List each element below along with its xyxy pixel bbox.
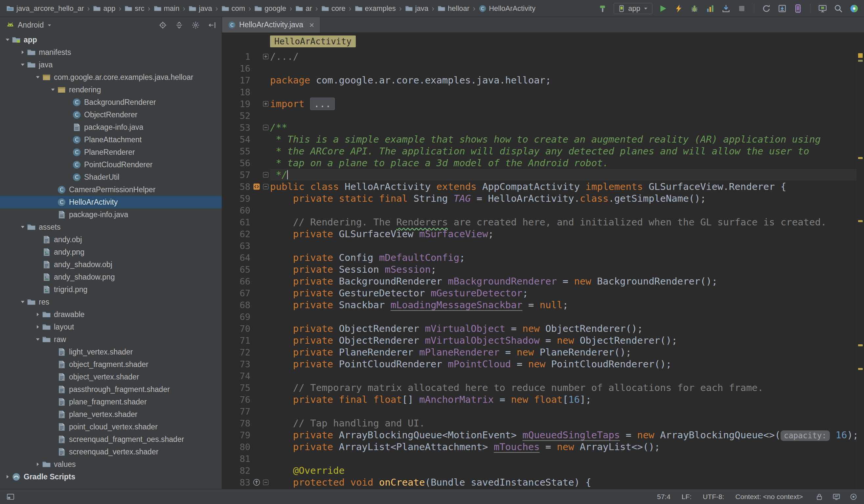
toolwindow-toggle-icon[interactable] [5, 492, 16, 502]
tree-item-res[interactable]: res [0, 296, 222, 308]
nav-item-com[interactable]: com [220, 3, 247, 14]
collapse-all-icon[interactable] [174, 20, 184, 30]
code-line-70[interactable]: private ObjectRenderer mVirtualObject = … [270, 323, 856, 335]
tree-item-drawable[interactable]: drawable [0, 308, 222, 321]
chevron-down-icon[interactable] [34, 73, 42, 82]
code-line-68[interactable]: private Snackbar mLoadingMessageSnackbar… [270, 299, 856, 311]
fold-plus-icon[interactable] [262, 51, 269, 62]
fold-end-icon[interactable] [262, 169, 269, 181]
nav-item-java[interactable]: java [404, 3, 430, 14]
code-line-69[interactable] [270, 311, 856, 323]
tree-item-andy-shadow-obj[interactable]: andy_shadow.obj [0, 258, 222, 271]
chevron-down-icon[interactable] [19, 298, 27, 306]
apply-changes-icon[interactable] [673, 3, 684, 14]
code-line-16[interactable] [270, 62, 856, 74]
highlighting-level-icon[interactable] [831, 492, 842, 502]
tree-item-com-google-ar-core-examples-java-helloar[interactable]: com.google.ar.core.examples.java.helloar [0, 71, 222, 83]
warning-stripe-mark[interactable] [858, 53, 863, 58]
apk-install-icon[interactable] [721, 3, 731, 14]
code-line-78[interactable]: // Tap handling and UI. [270, 417, 856, 429]
tree-item-andy-png[interactable]: andy.png [0, 246, 222, 258]
chevron-right-icon[interactable] [3, 472, 12, 481]
chevron-right-icon[interactable] [19, 48, 27, 57]
code-line-76[interactable]: private final float[] mAnchorMatrix = ne… [270, 394, 856, 406]
lock-icon[interactable] [814, 492, 825, 502]
tree-item-object-fragment-shader[interactable]: object_fragment.shader [0, 358, 222, 371]
fold-minus-icon[interactable] [262, 122, 269, 133]
run-icon[interactable] [658, 3, 668, 14]
code-line-67[interactable]: private GestureDetector mGestureDetector… [270, 287, 856, 299]
nav-item-google[interactable]: google [253, 3, 288, 14]
device-monitor-icon[interactable] [817, 3, 828, 14]
code-line-80[interactable]: private ArrayList<PlaneAttachment> mTouc… [270, 441, 856, 453]
chevron-right-icon[interactable] [34, 460, 42, 469]
editor-tab[interactable]: C HelloArActivity.java × [222, 17, 320, 33]
code-line-82[interactable]: @Override [270, 465, 856, 477]
tree-item-trigrid-png[interactable]: trigrid.png [0, 283, 222, 296]
tree-item-layout[interactable]: layout [0, 321, 222, 333]
assistant-icon[interactable] [849, 3, 860, 14]
close-icon[interactable]: × [309, 21, 314, 29]
tree-item-andy-shadow-png[interactable]: andy_shadow.png [0, 271, 222, 283]
nav-item-examples[interactable]: examples [353, 3, 397, 14]
code-line-64[interactable]: private Config mDefaultConfig; [270, 252, 856, 264]
tree-item-helloaractivity[interactable]: CHelloArActivity [0, 196, 222, 208]
line-separator-widget[interactable]: LF: [682, 493, 692, 501]
code-line-73[interactable]: private PointCloudRenderer mPointCloud =… [270, 358, 856, 370]
chevron-down-icon[interactable] [3, 35, 12, 44]
tree-item-raw[interactable]: raw [0, 333, 222, 346]
warning-stripe-mark[interactable] [858, 344, 863, 346]
chevron-right-icon[interactable] [34, 310, 42, 319]
code-line-56[interactable]: * tap on a plane to place a 3d model of … [270, 157, 856, 169]
caret-position[interactable]: 57:4 [657, 493, 671, 501]
fold-minus-icon[interactable] [262, 181, 269, 193]
warning-stripe-mark[interactable] [858, 157, 863, 159]
locate-icon[interactable] [157, 20, 168, 30]
code-line-55[interactable]: * the ARCore API. The application will d… [270, 145, 856, 157]
code-line-83[interactable]: protected void onCreate(Bundle savedInst… [270, 477, 856, 488]
tree-item-plane-fragment-shader[interactable]: plane_fragment.shader [0, 396, 222, 408]
tree-item-app[interactable]: app [0, 34, 222, 46]
code-line-79[interactable]: private ArrayBlockingQueue<MotionEvent> … [270, 429, 856, 441]
code-editor[interactable]: /.../package com.google.ar.core.examples… [270, 50, 856, 489]
chevron-down-icon[interactable] [49, 85, 57, 94]
code-line-66[interactable]: private BackgroundRenderer mBackgroundRe… [270, 275, 856, 287]
override-gutter-icon[interactable] [251, 477, 262, 488]
chevron-down-icon[interactable] [19, 223, 27, 231]
code-line-60[interactable] [270, 204, 856, 216]
chevron-down-icon[interactable] [19, 60, 27, 69]
background-tasks-icon[interactable] [848, 492, 859, 502]
code-line-58[interactable]: public class HelloArActivity extends App… [270, 181, 856, 193]
context-widget[interactable]: Context: <no context> [735, 493, 803, 501]
code-line-61[interactable]: // Rendering. The Renderers are created … [270, 216, 856, 228]
tree-item-shaderutil[interactable]: CShaderUtil [0, 171, 222, 183]
nav-item-java-arcore-hello-ar[interactable]: java_arcore_hello_ar [4, 3, 85, 14]
tree-item-passthrough-fragment-shader[interactable]: passthrough_fragment.shader [0, 383, 222, 396]
tree-item-andy-obj[interactable]: andy.obj [0, 233, 222, 246]
code-line-75[interactable]: // Temporary matrix allocated here to re… [270, 382, 856, 394]
tree-item-rendering[interactable]: rendering [0, 83, 222, 96]
hide-panel-icon[interactable] [207, 20, 217, 30]
chevron-down-icon[interactable] [34, 335, 42, 344]
related-gutter-icon[interactable] [251, 181, 262, 193]
code-line-63[interactable] [270, 240, 856, 252]
code-line-65[interactable]: private Session mSession; [270, 264, 856, 275]
nav-item-java[interactable]: java [187, 3, 214, 14]
code-line-18[interactable] [270, 86, 856, 98]
code-line-77[interactable] [270, 406, 856, 417]
nav-item-core[interactable]: core [320, 3, 347, 14]
code-line-1[interactable]: /.../ [270, 51, 856, 62]
code-line-74[interactable] [270, 370, 856, 382]
search-everywhere-icon[interactable] [833, 3, 844, 14]
nav-item-helloar[interactable]: helloar [436, 3, 471, 14]
code-line-81[interactable] [270, 453, 856, 465]
tree-item-screenquad-vertex-shader[interactable]: screenquad_vertex.shader [0, 445, 222, 458]
make-icon[interactable] [598, 3, 609, 14]
code-line-57[interactable]: */ [270, 169, 856, 181]
fold-plus-icon[interactable] [262, 98, 269, 110]
code-line-62[interactable]: private GLSurfaceView mSurfaceView; [270, 228, 856, 240]
stop-icon[interactable] [736, 3, 747, 14]
avd-manager-icon[interactable] [793, 3, 803, 14]
nav-item-helloaractivity[interactable]: CHelloArActivity [477, 3, 537, 14]
nav-item-app[interactable]: app [91, 3, 117, 14]
